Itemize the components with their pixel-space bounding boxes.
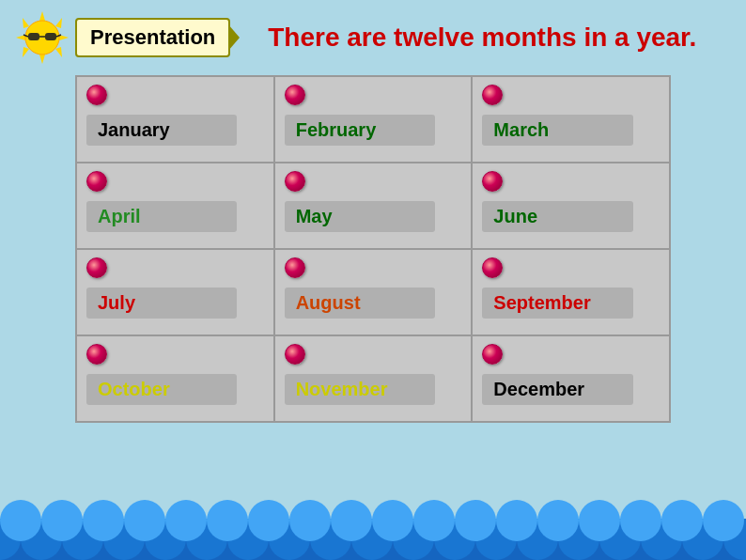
month-june: June <box>482 201 632 232</box>
svg-point-61 <box>413 500 455 541</box>
presentation-badge: Presentation <box>75 18 230 57</box>
grid-row-4: October November December <box>77 336 669 421</box>
grid-row-3: July August September <box>77 250 669 336</box>
svg-marker-1 <box>39 54 45 64</box>
svg-point-60 <box>372 500 413 541</box>
cell-may: May <box>275 163 474 248</box>
svg-marker-6 <box>23 47 29 57</box>
cell-november: November <box>275 336 474 421</box>
cell-october: October <box>77 336 275 421</box>
cell-june: June <box>473 163 669 248</box>
cell-july: July <box>77 250 275 334</box>
grid-row-1: January February March <box>77 77 669 163</box>
svg-point-66 <box>620 500 661 541</box>
month-may: May <box>285 201 435 232</box>
svg-marker-0 <box>39 11 45 21</box>
ball-march <box>482 85 503 105</box>
ball-june <box>482 171 503 192</box>
cell-march: March <box>473 77 669 162</box>
cell-february: February <box>275 77 474 162</box>
month-july: July <box>86 288 237 319</box>
svg-point-57 <box>248 500 289 541</box>
wave-svg <box>0 494 746 560</box>
ball-april <box>86 171 107 192</box>
svg-point-55 <box>165 500 207 541</box>
badge-label: Presentation <box>90 25 215 49</box>
svg-point-58 <box>289 500 331 541</box>
month-november: November <box>285 374 435 405</box>
ball-december <box>482 344 503 365</box>
svg-rect-9 <box>28 33 39 40</box>
ball-november <box>285 344 305 365</box>
svg-point-54 <box>124 500 165 541</box>
grid-row-2: April May June <box>77 163 669 250</box>
svg-marker-7 <box>55 47 62 57</box>
header-title: There are twelve months in a year. <box>268 23 696 53</box>
month-february: February <box>285 115 435 146</box>
cell-september: September <box>473 250 669 334</box>
svg-marker-5 <box>55 18 62 28</box>
svg-point-63 <box>496 500 537 541</box>
wave-decoration <box>0 494 746 560</box>
svg-point-56 <box>207 500 248 541</box>
svg-point-59 <box>331 500 372 541</box>
month-april: April <box>86 201 237 232</box>
month-august: August <box>285 288 435 319</box>
month-september: September <box>482 288 632 319</box>
ball-august <box>285 257 305 278</box>
ball-january <box>86 85 107 105</box>
svg-marker-4 <box>23 18 29 28</box>
title-text: There are twelve months in a year. <box>268 23 696 52</box>
ball-october <box>86 344 107 365</box>
ball-may <box>285 171 305 192</box>
sun-logo <box>14 9 70 66</box>
month-october: October <box>86 374 237 405</box>
ball-september <box>482 257 503 278</box>
month-december: December <box>482 374 632 405</box>
ball-february <box>285 85 305 105</box>
svg-rect-10 <box>45 33 56 40</box>
cell-january: January <box>77 77 275 162</box>
ball-july <box>86 257 107 278</box>
svg-point-53 <box>83 500 124 541</box>
month-january: January <box>86 115 237 146</box>
cell-april: April <box>77 163 275 248</box>
cell-august: August <box>275 250 474 334</box>
svg-point-65 <box>579 500 620 541</box>
months-grid: January February March April May June Ju… <box>75 75 671 423</box>
svg-point-68 <box>703 500 744 541</box>
cell-december: December <box>473 336 669 421</box>
month-march: March <box>482 115 632 146</box>
svg-point-51 <box>0 500 41 541</box>
header: Presentation There are twelve months in … <box>0 0 746 75</box>
svg-point-52 <box>41 500 83 541</box>
svg-point-67 <box>661 500 703 541</box>
svg-point-62 <box>455 500 496 541</box>
svg-point-64 <box>537 500 579 541</box>
